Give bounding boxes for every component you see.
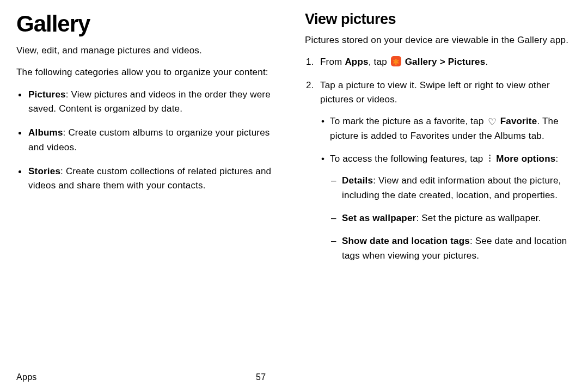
- sub-post: :: [555, 154, 558, 164]
- dash-desc: : Set the picture as wallpaper.: [416, 213, 541, 223]
- category-label: Albums: [28, 127, 63, 138]
- category-desc: : Create custom collections of related p…: [28, 166, 271, 191]
- dash-label: Details: [342, 175, 373, 186]
- list-item: Albums: Create custom albums to organize…: [28, 126, 283, 155]
- step-text: Tap a picture to view it. Swipe left or …: [320, 80, 550, 105]
- list-item: Show date and location tags: See date an…: [342, 234, 572, 263]
- page-content: Gallery View, edit, and manage pictures …: [0, 0, 588, 370]
- sub-list: To mark the picture as a favorite, tap ♡…: [320, 114, 572, 263]
- dash-list: Details: View and edit information about…: [330, 174, 572, 263]
- categories-list: Pictures: View pictures and videos in th…: [16, 88, 283, 193]
- steps-list: From Apps, tap Gallery > Pictures. Tap a…: [305, 55, 572, 263]
- page-title: Gallery: [16, 11, 283, 37]
- left-column: Gallery View, edit, and manage pictures …: [16, 11, 283, 370]
- step-item: From Apps, tap Gallery > Pictures.: [320, 55, 572, 69]
- gallery-pictures-label: Gallery > Pictures: [405, 57, 486, 67]
- apps-label: Apps: [345, 57, 368, 67]
- dash-label: Show date and location tags: [342, 236, 470, 246]
- gallery-icon: [391, 56, 401, 66]
- favorite-label: Favorite: [500, 116, 537, 126]
- step-item: Tap a picture to view it. Swipe left or …: [320, 78, 572, 263]
- category-label: Pictures: [28, 89, 66, 100]
- list-item: Details: View and edit information about…: [342, 174, 572, 203]
- list-item: Pictures: View pictures and videos in th…: [28, 88, 283, 117]
- category-desc: : Create custom albums to organize your …: [28, 127, 270, 152]
- intro-text: View, edit, and manage pictures and vide…: [16, 44, 283, 58]
- category-label: Stories: [28, 166, 60, 176]
- step-text: From: [320, 57, 345, 67]
- more-options-label: More options: [496, 154, 555, 164]
- lead-text: The following categories allow you to or…: [16, 65, 283, 79]
- step-text: , tap: [369, 57, 390, 67]
- more-options-icon: [487, 154, 492, 163]
- list-item: Stories: Create custom collections of re…: [28, 164, 283, 193]
- list-item: To access the following features, tap Mo…: [330, 152, 572, 263]
- right-column: View pictures Pictures stored on your de…: [305, 11, 572, 370]
- sub-pre: To access the following features, tap: [330, 154, 486, 164]
- step-text: .: [485, 57, 488, 67]
- section-title: View pictures: [305, 11, 572, 28]
- dash-desc: : View and edit information about the pi…: [342, 175, 561, 200]
- dash-label: Set as wallpaper: [342, 213, 416, 223]
- footer: Apps 57: [16, 372, 572, 382]
- section-intro: Pictures stored on your device are viewa…: [305, 33, 572, 47]
- heart-icon: ♡: [488, 117, 497, 127]
- list-item: Set as wallpaper: Set the picture as wal…: [342, 211, 572, 225]
- sub-pre: To mark the picture as a favorite, tap: [330, 116, 487, 126]
- list-item: To mark the picture as a favorite, tap ♡…: [330, 114, 572, 143]
- footer-section: Apps: [16, 372, 37, 382]
- page-number: 57: [256, 372, 266, 382]
